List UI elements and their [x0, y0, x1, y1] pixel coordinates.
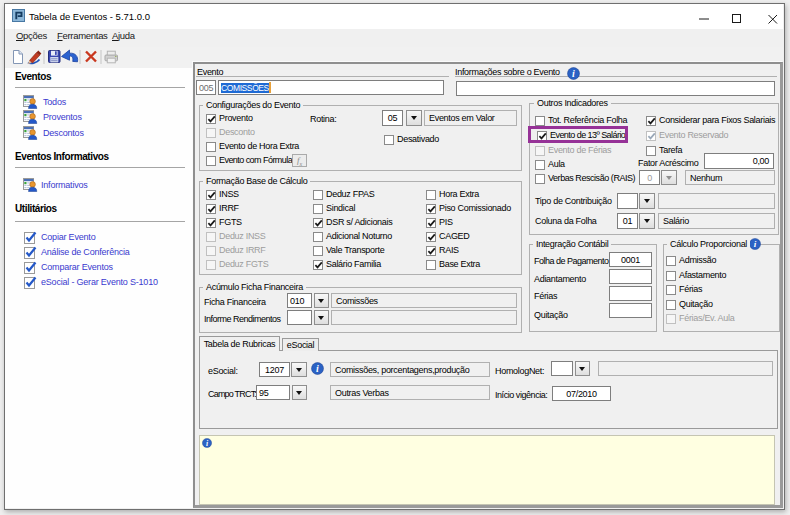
- svg-text:i: i: [572, 68, 575, 79]
- svg-text:i: i: [754, 239, 757, 249]
- svg-text:i: i: [316, 363, 319, 374]
